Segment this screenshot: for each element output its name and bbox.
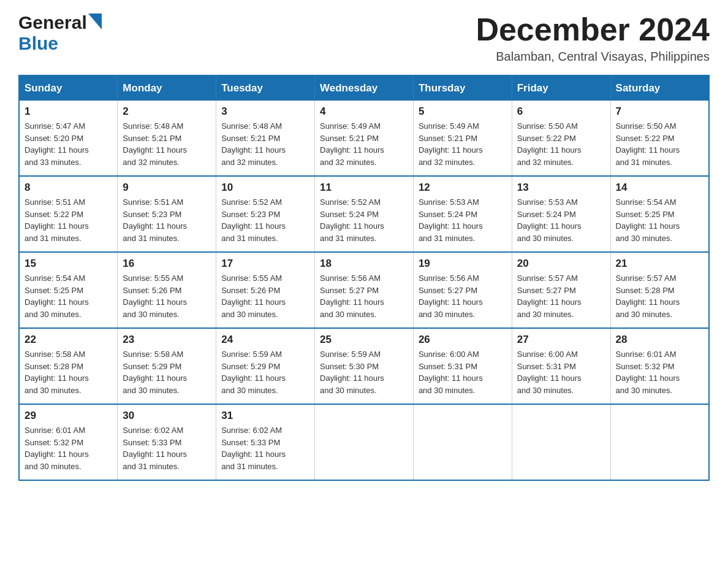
day-info: Sunrise: 5:54 AM Sunset: 5:25 PM Dayligh… xyxy=(616,196,703,244)
calendar-cell: 31Sunrise: 6:02 AM Sunset: 5:33 PM Dayli… xyxy=(216,404,315,480)
day-number: 16 xyxy=(123,258,211,270)
svg-marker-0 xyxy=(88,13,102,29)
calendar-cell xyxy=(413,404,512,480)
weekday-header-thursday: Thursday xyxy=(413,75,512,101)
weekday-header-wednesday: Wednesday xyxy=(315,75,414,101)
weekday-header-monday: Monday xyxy=(118,75,216,101)
calendar-cell: 20Sunrise: 5:57 AM Sunset: 5:27 PM Dayli… xyxy=(512,252,610,328)
calendar-cell: 26Sunrise: 6:00 AM Sunset: 5:31 PM Dayli… xyxy=(413,328,512,404)
day-info: Sunrise: 6:00 AM Sunset: 5:31 PM Dayligh… xyxy=(517,348,605,396)
day-number: 6 xyxy=(517,105,605,118)
day-info: Sunrise: 5:51 AM Sunset: 5:23 PM Dayligh… xyxy=(123,196,211,244)
day-number: 15 xyxy=(25,258,112,270)
day-number: 26 xyxy=(419,334,507,346)
calendar-table: SundayMondayTuesdayWednesdayThursdayFrid… xyxy=(18,75,710,481)
calendar-cell: 4Sunrise: 5:49 AM Sunset: 5:21 PM Daylig… xyxy=(315,101,414,176)
calendar-cell: 9Sunrise: 5:51 AM Sunset: 5:23 PM Daylig… xyxy=(118,176,216,252)
calendar-week-row: 15Sunrise: 5:54 AM Sunset: 5:25 PM Dayli… xyxy=(19,252,709,328)
weekday-header-row: SundayMondayTuesdayWednesdayThursdayFrid… xyxy=(19,75,709,101)
day-info: Sunrise: 5:53 AM Sunset: 5:24 PM Dayligh… xyxy=(419,196,507,244)
day-info: Sunrise: 5:55 AM Sunset: 5:26 PM Dayligh… xyxy=(123,272,211,320)
day-number: 4 xyxy=(320,105,408,118)
day-info: Sunrise: 5:58 AM Sunset: 5:28 PM Dayligh… xyxy=(25,348,112,396)
day-info: Sunrise: 5:54 AM Sunset: 5:25 PM Dayligh… xyxy=(25,272,112,320)
weekday-header-sunday: Sunday xyxy=(19,75,118,101)
day-info: Sunrise: 5:56 AM Sunset: 5:27 PM Dayligh… xyxy=(419,272,507,320)
calendar-cell: 30Sunrise: 6:02 AM Sunset: 5:33 PM Dayli… xyxy=(118,404,216,480)
page-header: General Blue December 2024 Balamban, Cen… xyxy=(18,12,710,64)
logo-blue-text: Blue xyxy=(18,33,58,54)
day-number: 7 xyxy=(616,105,703,118)
calendar-cell: 5Sunrise: 5:49 AM Sunset: 5:21 PM Daylig… xyxy=(413,101,512,176)
day-number: 12 xyxy=(419,182,507,194)
calendar-cell: 10Sunrise: 5:52 AM Sunset: 5:23 PM Dayli… xyxy=(216,176,315,252)
day-number: 28 xyxy=(616,334,703,346)
calendar-cell: 27Sunrise: 6:00 AM Sunset: 5:31 PM Dayli… xyxy=(512,328,610,404)
day-number: 1 xyxy=(25,105,112,118)
calendar-cell: 19Sunrise: 5:56 AM Sunset: 5:27 PM Dayli… xyxy=(413,252,512,328)
day-info: Sunrise: 5:59 AM Sunset: 5:29 PM Dayligh… xyxy=(221,348,309,396)
day-number: 24 xyxy=(221,334,309,346)
calendar-cell: 23Sunrise: 5:58 AM Sunset: 5:29 PM Dayli… xyxy=(118,328,216,404)
calendar-cell: 25Sunrise: 5:59 AM Sunset: 5:30 PM Dayli… xyxy=(315,328,414,404)
day-info: Sunrise: 5:50 AM Sunset: 5:22 PM Dayligh… xyxy=(517,120,605,168)
day-number: 11 xyxy=(320,182,408,194)
day-number: 8 xyxy=(25,182,112,194)
day-number: 13 xyxy=(517,182,605,194)
calendar-cell: 2Sunrise: 5:48 AM Sunset: 5:21 PM Daylig… xyxy=(118,101,216,176)
calendar-cell: 6Sunrise: 5:50 AM Sunset: 5:22 PM Daylig… xyxy=(512,101,610,176)
day-number: 31 xyxy=(221,410,309,422)
title-block: December 2024 Balamban, Central Visayas,… xyxy=(476,12,710,64)
calendar-cell: 13Sunrise: 5:53 AM Sunset: 5:24 PM Dayli… xyxy=(512,176,610,252)
day-number: 18 xyxy=(320,258,408,270)
day-info: Sunrise: 5:57 AM Sunset: 5:28 PM Dayligh… xyxy=(616,272,703,320)
day-info: Sunrise: 5:51 AM Sunset: 5:22 PM Dayligh… xyxy=(25,196,112,244)
day-info: Sunrise: 5:52 AM Sunset: 5:24 PM Dayligh… xyxy=(320,196,408,244)
day-info: Sunrise: 5:57 AM Sunset: 5:27 PM Dayligh… xyxy=(517,272,605,320)
day-info: Sunrise: 5:59 AM Sunset: 5:30 PM Dayligh… xyxy=(320,348,408,396)
month-title: December 2024 xyxy=(476,12,710,47)
day-info: Sunrise: 5:48 AM Sunset: 5:21 PM Dayligh… xyxy=(123,120,211,168)
calendar-week-row: 8Sunrise: 5:51 AM Sunset: 5:22 PM Daylig… xyxy=(19,176,709,252)
day-number: 25 xyxy=(320,334,408,346)
day-info: Sunrise: 5:49 AM Sunset: 5:21 PM Dayligh… xyxy=(320,120,408,168)
day-info: Sunrise: 6:02 AM Sunset: 5:33 PM Dayligh… xyxy=(123,424,211,472)
day-number: 9 xyxy=(123,182,211,194)
day-info: Sunrise: 5:49 AM Sunset: 5:21 PM Dayligh… xyxy=(419,120,507,168)
weekday-header-friday: Friday xyxy=(512,75,610,101)
logo-general-text: General xyxy=(18,12,87,33)
day-info: Sunrise: 5:52 AM Sunset: 5:23 PM Dayligh… xyxy=(221,196,309,244)
day-number: 21 xyxy=(616,258,703,270)
day-number: 22 xyxy=(25,334,112,346)
calendar-cell: 21Sunrise: 5:57 AM Sunset: 5:28 PM Dayli… xyxy=(610,252,709,328)
calendar-cell: 17Sunrise: 5:55 AM Sunset: 5:26 PM Dayli… xyxy=(216,252,315,328)
calendar-cell: 22Sunrise: 5:58 AM Sunset: 5:28 PM Dayli… xyxy=(19,328,118,404)
day-info: Sunrise: 5:47 AM Sunset: 5:20 PM Dayligh… xyxy=(25,120,112,168)
day-number: 19 xyxy=(419,258,507,270)
day-info: Sunrise: 5:58 AM Sunset: 5:29 PM Dayligh… xyxy=(123,348,211,396)
weekday-header-tuesday: Tuesday xyxy=(216,75,315,101)
calendar-cell: 7Sunrise: 5:50 AM Sunset: 5:22 PM Daylig… xyxy=(610,101,709,176)
calendar-week-row: 29Sunrise: 6:01 AM Sunset: 5:32 PM Dayli… xyxy=(19,404,709,480)
day-info: Sunrise: 5:53 AM Sunset: 5:24 PM Dayligh… xyxy=(517,196,605,244)
calendar-cell xyxy=(610,404,709,480)
calendar-cell xyxy=(512,404,610,480)
logo-arrow-icon xyxy=(88,13,102,32)
day-info: Sunrise: 6:01 AM Sunset: 5:32 PM Dayligh… xyxy=(616,348,703,396)
calendar-cell: 28Sunrise: 6:01 AM Sunset: 5:32 PM Dayli… xyxy=(610,328,709,404)
calendar-week-row: 22Sunrise: 5:58 AM Sunset: 5:28 PM Dayli… xyxy=(19,328,709,404)
day-number: 5 xyxy=(419,105,507,118)
day-info: Sunrise: 5:55 AM Sunset: 5:26 PM Dayligh… xyxy=(221,272,309,320)
calendar-cell: 16Sunrise: 5:55 AM Sunset: 5:26 PM Dayli… xyxy=(118,252,216,328)
calendar-week-row: 1Sunrise: 5:47 AM Sunset: 5:20 PM Daylig… xyxy=(19,101,709,176)
calendar-cell: 18Sunrise: 5:56 AM Sunset: 5:27 PM Dayli… xyxy=(315,252,414,328)
calendar-cell: 1Sunrise: 5:47 AM Sunset: 5:20 PM Daylig… xyxy=(19,101,118,176)
location-subtitle: Balamban, Central Visayas, Philippines xyxy=(476,50,710,64)
day-number: 2 xyxy=(123,105,211,118)
day-number: 27 xyxy=(517,334,605,346)
weekday-header-saturday: Saturday xyxy=(610,75,709,101)
calendar-cell xyxy=(315,404,414,480)
day-number: 20 xyxy=(517,258,605,270)
day-number: 17 xyxy=(221,258,309,270)
day-number: 14 xyxy=(616,182,703,194)
